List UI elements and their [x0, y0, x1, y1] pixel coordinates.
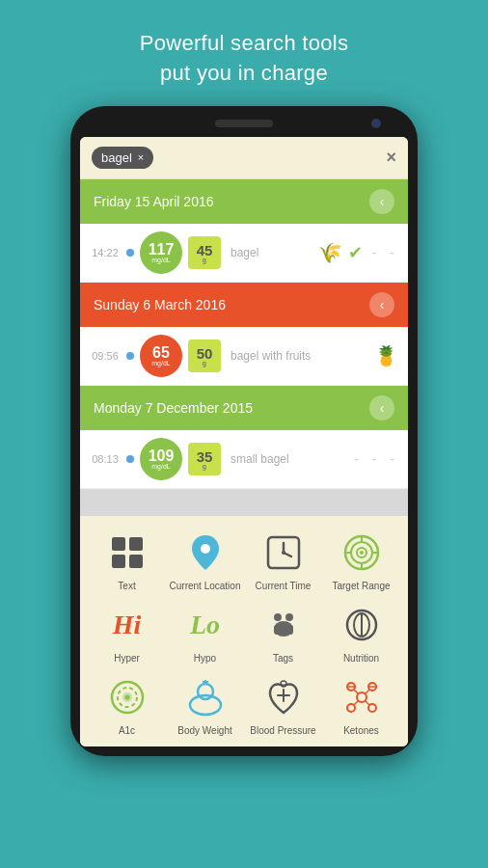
- svg-line-41: [365, 690, 369, 694]
- phone-top-bar: [80, 120, 408, 127]
- search-tag-label: bagel: [101, 150, 132, 165]
- dash-3: -: [354, 451, 359, 467]
- search-bar: bagel × ×: [80, 137, 408, 179]
- tool-a1c-label: A1c: [119, 725, 135, 737]
- tool-text-label: Text: [118, 581, 135, 592]
- tool-nutrition-label: Nutrition: [343, 653, 379, 665]
- svg-rect-2: [112, 555, 125, 568]
- ketones-icon: [339, 674, 385, 720]
- phone-frame: bagel × × Friday 15 April 2016 ‹ 14:22 1…: [70, 106, 418, 756]
- svg-point-12: [360, 551, 364, 555]
- tool-hyper[interactable]: Hi Hyper: [90, 602, 164, 665]
- phone-speaker: [215, 120, 273, 127]
- tool-location-label: Current Location: [170, 581, 241, 592]
- tool-ketones[interactable]: Ketones: [324, 674, 398, 737]
- food-label-1: bagel: [230, 246, 309, 259]
- tool-bp[interactable]: Blood Pressure: [246, 674, 320, 737]
- hyper-icon: Hi: [104, 602, 150, 648]
- a1c-icon: [104, 674, 150, 720]
- location-icon: [182, 529, 229, 576]
- svg-rect-3: [129, 555, 143, 568]
- glucose-badge-2: 65 mg/dL: [140, 335, 182, 377]
- weight-icon: [182, 674, 229, 720]
- date-label-1: Friday 15 April 2016: [94, 194, 214, 209]
- bp-icon: [260, 674, 307, 720]
- svg-point-27: [124, 694, 129, 699]
- wheat-icon: 🌾: [318, 241, 342, 264]
- svg-point-17: [274, 613, 282, 621]
- phone-screen: bagel × × Friday 15 April 2016 ‹ 14:22 1…: [80, 137, 408, 746]
- date-label-3: Monday 7 December 2015: [94, 400, 253, 416]
- date-header-2: Sunday 6 March 2016 ‹: [80, 283, 408, 327]
- phone-camera: [371, 119, 381, 128]
- headline: Powerful search tools put you in charge: [140, 29, 349, 89]
- tool-weight[interactable]: Body Weight: [168, 674, 242, 737]
- tool-bp-label: Blood Pressure: [250, 725, 315, 737]
- tool-a1c[interactable]: A1c: [90, 674, 164, 737]
- svg-rect-0: [112, 537, 125, 551]
- tags-icon: [260, 602, 307, 648]
- tool-hypo[interactable]: Lo Hypo: [168, 602, 242, 665]
- date-header-1: Friday 15 April 2016 ‹: [80, 179, 408, 224]
- log-time-2: 09:56: [90, 350, 121, 362]
- hypo-icon: Lo: [182, 602, 229, 648]
- text-icon: [104, 529, 150, 576]
- svg-rect-20: [274, 625, 293, 635]
- tool-time[interactable]: Current Time: [246, 529, 320, 592]
- food-label-3: small bagel: [230, 452, 344, 466]
- svg-point-4: [201, 544, 210, 554]
- carb-badge-2: 50 g: [188, 339, 221, 372]
- dot-line-3: [126, 455, 134, 463]
- tool-location[interactable]: Current Location: [168, 529, 242, 592]
- tool-tags[interactable]: Tags: [246, 602, 320, 665]
- carb-badge-3: 35 g: [188, 443, 221, 475]
- chevron-1[interactable]: ‹: [369, 189, 394, 214]
- svg-point-8: [282, 551, 285, 555]
- tool-hyper-label: Hyper: [114, 653, 140, 665]
- tool-target[interactable]: Target Range: [324, 529, 398, 592]
- svg-point-39: [368, 704, 376, 712]
- log-row-3: 08:13 109 mg/dL 35 g small bagel - - -: [80, 430, 408, 489]
- log-time-1: 14:22: [90, 247, 121, 258]
- svg-line-40: [354, 690, 359, 694]
- gray-spacer: [80, 489, 408, 516]
- log-row-2: 09:56 65 mg/dL 50 g bagel with fruits 🍍: [80, 327, 408, 386]
- tool-target-label: Target Range: [332, 581, 390, 592]
- dot-line-1: [126, 249, 134, 257]
- dot-3: [126, 455, 134, 463]
- chevron-3[interactable]: ‹: [369, 395, 394, 420]
- log-time-3: 08:13: [90, 453, 121, 465]
- svg-rect-1: [129, 537, 143, 551]
- tool-hypo-label: Hypo: [194, 653, 216, 665]
- tool-time-label: Current Time: [256, 581, 312, 592]
- dash-1: -: [372, 245, 377, 260]
- dot-2: [126, 352, 134, 360]
- time-icon: [260, 529, 307, 576]
- tool-ketones-label: Ketones: [343, 725, 379, 737]
- search-tag-close[interactable]: ×: [138, 151, 144, 163]
- pineapple-icon: 🍍: [374, 344, 398, 367]
- search-tag[interactable]: bagel ×: [92, 147, 153, 169]
- log-row-1: 14:22 117 mg/dL 45 g bagel 🌾 ✔ - -: [80, 224, 408, 283]
- svg-point-38: [347, 704, 355, 712]
- glucose-badge-3: 109 mg/dL: [140, 438, 182, 480]
- chevron-2[interactable]: ‹: [369, 292, 394, 317]
- date-label-2: Sunday 6 March 2016: [94, 297, 226, 312]
- tool-tags-label: Tags: [273, 653, 293, 665]
- toolbar: Text Current Location: [80, 516, 408, 746]
- toolbar-grid: Text Current Location: [90, 529, 398, 737]
- dash-2: -: [390, 245, 394, 260]
- food-label-2: bagel with fruits: [230, 349, 365, 363]
- svg-line-43: [365, 700, 369, 705]
- dash-4: -: [372, 451, 377, 467]
- check-icon-1: ✔: [348, 242, 363, 263]
- nutrition-icon: [339, 602, 385, 648]
- tool-text[interactable]: Text: [90, 529, 164, 592]
- glucose-badge-1: 117 mg/dL: [140, 231, 182, 274]
- tool-nutrition[interactable]: Nutrition: [324, 602, 398, 665]
- tool-weight-label: Body Weight: [177, 725, 232, 737]
- date-header-3: Monday 7 December 2015 ‹: [80, 386, 408, 430]
- target-icon: [339, 529, 385, 576]
- search-close-button[interactable]: ×: [386, 148, 396, 168]
- svg-point-18: [285, 613, 293, 621]
